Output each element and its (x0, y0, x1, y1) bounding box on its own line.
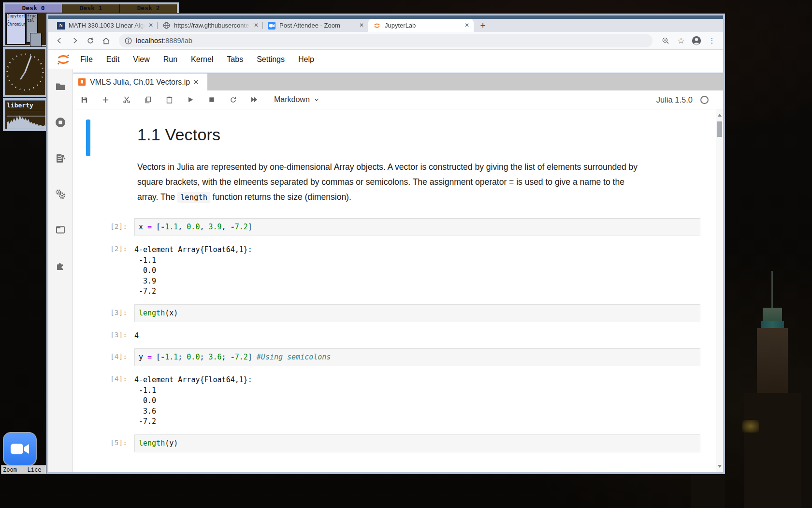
hostname-label: liberty (7, 102, 44, 109)
notebook-scrollbar[interactable] (716, 109, 723, 472)
mini-window-jupyterlab[interactable]: JupyterLab - Chromium (6, 14, 26, 45)
scrollbar-down-arrow[interactable] (718, 465, 722, 470)
active-cell-indicator (86, 120, 90, 156)
paste-cells-button[interactable] (165, 95, 174, 104)
output-area: [3]:4 (73, 330, 700, 342)
monitor-divider (7, 111, 44, 111)
menu-edit[interactable]: Edit (100, 55, 127, 64)
kernel-name: Julia 1.5.0 (656, 95, 693, 105)
desk-2-label: Desk 2 (120, 4, 177, 13)
notebook-panel: 1.1 Vectors Vectors in Julia are represe… (73, 109, 723, 472)
notebook-tab[interactable]: VMLS Julia, Ch.01 Vectors.ip ✕ (73, 74, 207, 90)
menu-run[interactable]: Run (157, 55, 184, 64)
jupyterlab-sidebar (48, 69, 73, 472)
output-area: [2]:4-element Array{Float64,1}: -1.1 0.0… (73, 244, 700, 297)
skyscraper-base (744, 393, 801, 508)
browser-tab-zoom[interactable]: Post Attendee - Zoom ✕ (263, 19, 368, 32)
browser-tab-raw-github[interactable]: https://raw.githubuserconte ✕ (158, 19, 263, 32)
section-heading: 1.1 Vectors (137, 125, 700, 144)
address-text[interactable]: localhost:8889/lab (136, 37, 192, 45)
code-cell: [3]:length(x) (73, 304, 700, 322)
inline-code: length (177, 192, 210, 203)
tab-close-icon[interactable]: ✕ (463, 22, 471, 30)
zoom-page-icon[interactable] (659, 34, 672, 47)
home-button[interactable] (100, 34, 112, 47)
code-editor[interactable]: x = [-1.1, 0.0, 3.9, -7.2] (134, 218, 700, 236)
browser-menu-icon[interactable]: ⋮ (706, 34, 718, 47)
menu-kernel[interactable]: Kernel (184, 55, 220, 64)
interrupt-kernel-button[interactable] (207, 95, 216, 104)
run-cell-button[interactable] (186, 95, 195, 104)
add-cell-button[interactable] (101, 95, 110, 104)
browser-tab-jupyterlab[interactable]: JupyterLab ✕ (368, 19, 474, 32)
scrollbar-up-arrow[interactable] (718, 112, 722, 117)
notebook-tab-close-icon[interactable]: ✕ (193, 78, 199, 87)
jupyter-logo (53, 52, 73, 67)
clock-widget (3, 47, 47, 97)
jupyter-favicon (373, 22, 381, 30)
zoom-favicon (268, 22, 276, 30)
globe-icon (162, 22, 170, 30)
markdown-cell-paragraph[interactable]: Vectors in Julia are represented by one-… (73, 157, 700, 211)
video-camera-icon (11, 443, 29, 455)
code-editor[interactable]: y = [-1.1; 0.0; 3.6; -7.2] #Using semico… (134, 348, 700, 366)
command-palette-icon[interactable] (55, 152, 66, 164)
desk-1-label: Desk 1 (62, 4, 119, 13)
tab-close-icon[interactable]: ✕ (252, 22, 260, 30)
tab-close-icon[interactable]: ✕ (358, 22, 365, 30)
menu-settings[interactable]: Settings (250, 55, 291, 64)
cell-type-dropdown[interactable]: Markdown (274, 95, 319, 104)
cut-cells-button[interactable] (122, 95, 131, 104)
menu-view[interactable]: View (126, 55, 156, 64)
run-all-button[interactable] (250, 95, 259, 104)
code-cell: [5]:length(y) (73, 434, 700, 452)
markdown-cell-heading[interactable]: 1.1 Vectors (73, 119, 700, 157)
file-browser-icon[interactable] (55, 81, 66, 92)
running-kernels-icon[interactable] (55, 117, 66, 128)
chevron-down-icon (314, 97, 319, 103)
kernel-status-indicator (700, 96, 709, 104)
address-bar[interactable]: localhost:8889/lab (119, 34, 652, 47)
cell-prompt: [2]: (73, 244, 134, 297)
cell-prompt: [2]: (73, 218, 134, 236)
dock-panel-gap (73, 69, 723, 73)
menu-help[interactable]: Help (291, 55, 321, 64)
output-text: 4-element Array{Float64,1}: -1.1 0.0 3.6… (134, 374, 700, 427)
skyscraper-top (763, 308, 782, 322)
browser-tab-math[interactable]: N MATH 330.1003 Linear Alge ✕ (52, 19, 158, 32)
document-tab-bar: VMLS Julia, Ch.01 Vectors.ip ✕ (73, 73, 723, 90)
cell-prompt: [3]: (73, 330, 134, 342)
menu-file[interactable]: File (73, 55, 100, 64)
open-tabs-icon[interactable] (55, 224, 66, 236)
restart-kernel-button[interactable] (229, 95, 237, 104)
profile-avatar[interactable] (690, 34, 703, 47)
output-text: 4 (134, 330, 700, 342)
notebook-file-icon (78, 78, 86, 86)
new-tab-button[interactable]: + (477, 19, 489, 32)
info-icon[interactable] (125, 37, 132, 45)
copy-cells-button[interactable] (144, 95, 152, 104)
tab-close-icon[interactable]: ✕ (147, 22, 155, 30)
code-editor[interactable]: length(x) (134, 304, 700, 322)
cell-prompt: [4]: (73, 348, 134, 366)
extension-manager-icon[interactable] (55, 260, 66, 271)
output-text: 4-element Array{Float64,1}: -1.1 0.0 3.9… (134, 244, 700, 297)
markdown-paragraph: Vectors in Julia are represented by one-… (137, 160, 646, 205)
forward-button[interactable] (69, 34, 81, 47)
save-button[interactable] (80, 95, 88, 104)
zoom-app-icon[interactable] (3, 432, 37, 466)
menu-tabs[interactable]: Tabs (220, 55, 250, 64)
cell-prompt: [4]: (73, 374, 134, 427)
reload-button[interactable] (84, 34, 97, 47)
system-monitor-widget: liberty (3, 98, 47, 131)
bookmark-star-icon[interactable]: ☆ (675, 34, 687, 47)
property-inspector-icon[interactable] (55, 188, 66, 200)
browser-tab-strip: N MATH 330.1003 Linear Alge ✕ https://ra… (48, 15, 723, 32)
code-editor[interactable]: length(y) (134, 434, 700, 452)
scrollbar-thumb[interactable] (717, 121, 722, 137)
cell-prompt: [3]: (73, 304, 134, 322)
analog-clock-icon (5, 49, 45, 95)
city-light-glow (742, 420, 759, 433)
back-button[interactable] (53, 34, 66, 47)
skyscraper-mid (757, 328, 788, 396)
